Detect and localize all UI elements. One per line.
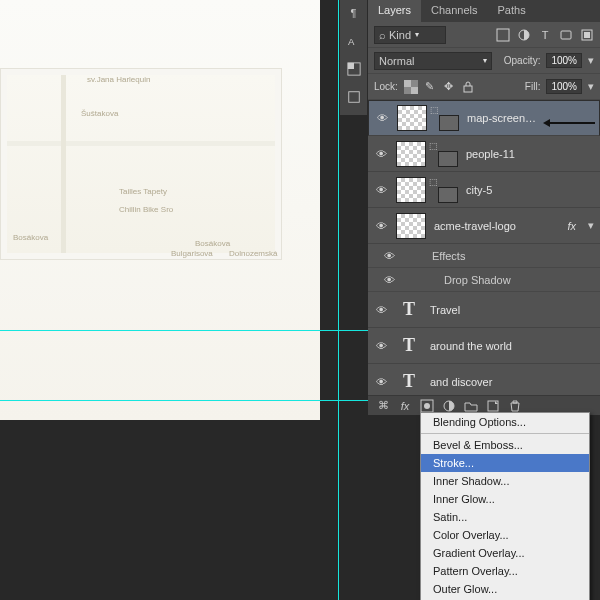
filter-smart-icon[interactable] bbox=[580, 28, 594, 42]
swatches-icon[interactable] bbox=[345, 60, 363, 78]
svg-text:A: A bbox=[347, 36, 354, 47]
menu-item-blending[interactable]: Blending Options... bbox=[421, 413, 589, 431]
fx-indicator[interactable]: fx bbox=[567, 220, 576, 232]
layer-row[interactable]: 👁 T Travel bbox=[368, 292, 600, 328]
visibility-icon[interactable]: 👁 bbox=[374, 340, 388, 352]
lock-trans-icon[interactable] bbox=[404, 80, 418, 94]
group-button[interactable] bbox=[464, 399, 478, 413]
filter-adjust-icon[interactable] bbox=[517, 28, 531, 42]
menu-item-inner-shadow[interactable]: Inner Shadow... bbox=[421, 472, 589, 490]
filter-pixel-icon[interactable] bbox=[496, 28, 510, 42]
visibility-icon[interactable]: 👁 bbox=[375, 112, 389, 124]
visibility-icon[interactable]: 👁 bbox=[382, 274, 396, 286]
link-icon[interactable]: ⬚ bbox=[429, 177, 435, 203]
type-layer-icon: T bbox=[396, 333, 422, 359]
link-icon[interactable]: ⬚ bbox=[430, 105, 436, 131]
styles-icon[interactable] bbox=[345, 88, 363, 106]
layer-name[interactable]: people-11 bbox=[466, 148, 515, 160]
menu-item-inner-glow[interactable]: Inner Glow... bbox=[421, 490, 589, 508]
chevron-down-icon[interactable]: ▾ bbox=[588, 54, 594, 67]
effects-label: Effects bbox=[432, 250, 465, 262]
menu-item-outer-glow[interactable]: Outer Glow... bbox=[421, 580, 589, 598]
menu-item-satin[interactable]: Satin... bbox=[421, 508, 589, 526]
lock-move-icon[interactable]: ✥ bbox=[442, 80, 456, 94]
layer-name[interactable]: around the world bbox=[430, 340, 512, 352]
map-label: Bulgarisova bbox=[171, 249, 213, 258]
layer-name[interactable]: city-5 bbox=[466, 184, 492, 196]
layer-name[interactable]: Travel bbox=[430, 304, 460, 316]
canvas-area: sv.Jana Harlequin Šuštakova Tailles Tape… bbox=[0, 0, 340, 450]
menu-separator bbox=[421, 433, 589, 434]
character-icon[interactable]: A bbox=[345, 32, 363, 50]
visibility-icon[interactable]: 👁 bbox=[374, 184, 388, 196]
visibility-icon[interactable]: 👁 bbox=[382, 250, 396, 262]
fx-context-menu: Blending Options... Bevel & Emboss... St… bbox=[420, 412, 590, 600]
paragraph-styles-icon[interactable]: ¶ bbox=[345, 4, 363, 22]
layer-name[interactable]: acme-travel-logo bbox=[434, 220, 516, 232]
fill-value[interactable]: 100% bbox=[546, 79, 582, 94]
chevron-down-icon: ▾ bbox=[483, 56, 487, 65]
blend-row: Normal▾ Opacity: 100% ▾ bbox=[368, 48, 600, 74]
lock-brush-icon[interactable]: ✎ bbox=[423, 80, 437, 94]
map-label: Tailles Tapety bbox=[119, 187, 167, 196]
effects-row[interactable]: 👁 Effects bbox=[368, 244, 600, 268]
fx-button[interactable]: fx bbox=[398, 399, 412, 413]
svg-rect-3 bbox=[348, 92, 359, 103]
layer-row[interactable]: 👁 ⬚ map-screen… bbox=[368, 100, 600, 136]
layer-name[interactable]: map-screen… bbox=[467, 112, 536, 124]
svg-rect-10 bbox=[404, 80, 411, 87]
layer-row[interactable]: 👁 acme-travel-logo fx ▾ bbox=[368, 208, 600, 244]
layer-thumb[interactable] bbox=[396, 177, 426, 203]
menu-item-bevel[interactable]: Bevel & Emboss... bbox=[421, 436, 589, 454]
map-label: sv.Jana Harlequin bbox=[87, 75, 150, 84]
visibility-icon[interactable]: 👁 bbox=[374, 220, 388, 232]
filter-kind-select[interactable]: ⌕Kind▾ bbox=[374, 26, 446, 44]
effect-item[interactable]: 👁 Drop Shadow bbox=[368, 268, 600, 292]
menu-item-stroke[interactable]: Stroke... bbox=[421, 454, 589, 472]
mask-thumb[interactable] bbox=[439, 115, 459, 131]
filter-shape-icon[interactable] bbox=[559, 28, 573, 42]
svg-rect-6 bbox=[561, 31, 571, 39]
blend-mode-select[interactable]: Normal▾ bbox=[374, 52, 492, 70]
mask-button[interactable] bbox=[420, 399, 434, 413]
adjustment-button[interactable] bbox=[442, 399, 456, 413]
layer-name[interactable]: and discover bbox=[430, 376, 492, 388]
layer-thumb[interactable] bbox=[397, 105, 427, 131]
svg-point-14 bbox=[424, 403, 430, 409]
layer-thumb[interactable] bbox=[396, 141, 426, 167]
link-layers-icon[interactable]: ⌘ bbox=[376, 399, 390, 413]
svg-rect-8 bbox=[584, 32, 590, 38]
guide-vertical[interactable] bbox=[338, 0, 339, 600]
layer-row[interactable]: 👁 ⬚ city-5 bbox=[368, 172, 600, 208]
visibility-icon[interactable]: 👁 bbox=[374, 148, 388, 160]
svg-rect-2 bbox=[347, 63, 353, 69]
chevron-down-icon[interactable]: ▾ bbox=[588, 80, 594, 93]
tab-channels[interactable]: Channels bbox=[421, 0, 487, 22]
link-icon[interactable]: ⬚ bbox=[429, 141, 435, 167]
svg-rect-4 bbox=[497, 29, 509, 41]
svg-rect-12 bbox=[464, 86, 472, 92]
layer-row[interactable]: 👁 T around the world bbox=[368, 328, 600, 364]
opacity-value[interactable]: 100% bbox=[546, 53, 582, 68]
svg-rect-11 bbox=[411, 87, 418, 94]
chevron-down-icon[interactable]: ▾ bbox=[588, 219, 594, 232]
mask-thumb[interactable] bbox=[438, 151, 458, 167]
layer-row[interactable]: 👁 ⬚ people-11 bbox=[368, 136, 600, 172]
effect-name: Drop Shadow bbox=[444, 274, 511, 286]
menu-item-pattern-overlay[interactable]: Pattern Overlay... bbox=[421, 562, 589, 580]
new-layer-button[interactable] bbox=[486, 399, 500, 413]
filter-row: ⌕Kind▾ T bbox=[368, 22, 600, 48]
tab-paths[interactable]: Paths bbox=[488, 0, 536, 22]
tab-layers[interactable]: Layers bbox=[368, 0, 421, 22]
layer-thumbs: ⬚ bbox=[397, 105, 459, 131]
menu-item-color-overlay[interactable]: Color Overlay... bbox=[421, 526, 589, 544]
visibility-icon[interactable]: 👁 bbox=[374, 304, 388, 316]
visibility-icon[interactable]: 👁 bbox=[374, 376, 388, 388]
layer-thumb[interactable] bbox=[396, 213, 426, 239]
document-page: sv.Jana Harlequin Šuštakova Tailles Tape… bbox=[0, 0, 320, 420]
filter-type-icon[interactable]: T bbox=[538, 28, 552, 42]
lock-all-icon[interactable] bbox=[461, 80, 475, 94]
menu-item-gradient-overlay[interactable]: Gradient Overlay... bbox=[421, 544, 589, 562]
delete-button[interactable] bbox=[508, 399, 522, 413]
mask-thumb[interactable] bbox=[438, 187, 458, 203]
